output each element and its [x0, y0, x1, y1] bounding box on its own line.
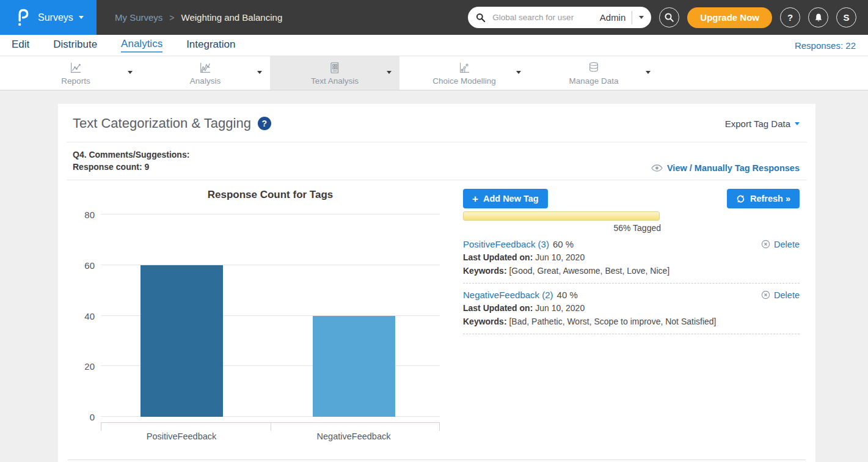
chart-category-label: NegativeFeedback	[317, 431, 391, 441]
last-updated-value: Jun 10, 2020	[535, 303, 585, 313]
chevron-down-icon[interactable]	[646, 71, 651, 74]
chart-gridline	[101, 214, 440, 215]
tab-label: Manage Data	[569, 76, 618, 86]
add-new-tag-button[interactable]: + Add New Tag	[463, 189, 548, 208]
tab-text-analysis[interactable]: Text Analysis	[270, 56, 399, 90]
tab-label: Analysis	[190, 76, 221, 86]
header-actions: Admin Upgrade Now ? S	[468, 7, 868, 28]
notifications-button[interactable]	[808, 7, 828, 28]
export-tag-data-label: Export Tag Data	[725, 119, 790, 129]
tag-row: NegativeFeedback (2) 40 % Delete	[463, 290, 800, 334]
last-updated-label: Last Updated on:	[463, 252, 533, 262]
nav-item-analytics[interactable]: Analytics	[121, 38, 162, 53]
chevron-down-icon[interactable]	[128, 71, 133, 74]
bar-chart-plot: 020406080	[101, 215, 440, 417]
tag-name-link[interactable]: NegativeFeedback (2)	[463, 290, 553, 300]
breadcrumb: My Surveys > Weighting and Balancing	[115, 12, 282, 23]
question-title: Q4. Comments/Suggestions:	[73, 148, 189, 161]
refresh-label: Refresh »	[750, 194, 790, 204]
chart-bar[interactable]	[313, 316, 395, 417]
tag-name-link[interactable]: PositiveFeedback (3)	[463, 239, 549, 249]
help-circle-icon[interactable]: ?	[258, 117, 271, 130]
header-search-button[interactable]	[659, 7, 679, 28]
page-title: Text Categorization & Tagging	[73, 116, 251, 131]
chevron-down-icon	[795, 122, 800, 125]
tab-manage-data[interactable]: Manage Data	[529, 56, 658, 90]
top-header-bar: Surveys My Surveys > Weighting and Balan…	[0, 0, 868, 35]
tab-label: Reports	[61, 76, 90, 86]
tab-reports[interactable]: Reports	[11, 56, 140, 90]
breadcrumb-current: Weighting and Balancing	[181, 12, 283, 23]
questionpro-logo-icon	[16, 8, 30, 27]
tagged-percent-label: 56% Tagged	[463, 223, 661, 233]
chart-category-label: PositiveFeedback	[147, 431, 216, 441]
keywords-value: [Bad, Pathetic, Worst, Scope to improve,…	[509, 317, 716, 326]
chart-title: Response Count for Tags	[101, 189, 440, 201]
eye-icon	[651, 164, 663, 172]
chevron-down-icon[interactable]	[257, 71, 262, 74]
chevron-down-icon[interactable]	[639, 16, 644, 19]
card-bottom-divider	[68, 460, 806, 460]
nav-item-integration[interactable]: Integration	[186, 38, 235, 52]
main-content: Text Categorization & Tagging ? Export T…	[0, 90, 868, 462]
tag-percent: 40 %	[557, 290, 578, 300]
tab-label: Text Analysis	[311, 76, 359, 86]
refresh-icon	[736, 194, 745, 204]
chart-ytick-label: 20	[73, 362, 95, 371]
delete-circle-icon	[761, 240, 770, 249]
tab-choice-modelling[interactable]: Choice Modelling	[399, 56, 529, 90]
refresh-button[interactable]: Refresh »	[727, 189, 800, 208]
tag-actions-row: + Add New Tag Refresh »	[463, 189, 800, 208]
nav-item-distribute[interactable]: Distribute	[53, 38, 97, 52]
view-manually-tag-link[interactable]: View / Manually Tag Responses	[651, 163, 800, 173]
upgrade-now-button[interactable]: Upgrade Now	[687, 7, 772, 28]
keywords-label: Keywords:	[463, 266, 507, 276]
keywords-value: [Good, Great, Awesome, Best, Love, Nice]	[509, 266, 669, 276]
breadcrumb-separator: >	[169, 13, 174, 23]
global-search-box[interactable]: Admin	[468, 7, 651, 28]
view-manually-tag-label: View / Manually Tag Responses	[667, 163, 800, 173]
choice-modelling-icon	[458, 61, 471, 75]
last-updated-value: Jun 10, 2020	[535, 252, 585, 262]
analysis-icon	[199, 61, 212, 75]
search-scope-value[interactable]: Admin	[600, 12, 626, 23]
card-header: Text Categorization & Tagging ? Export T…	[58, 104, 815, 142]
product-switcher[interactable]: Surveys	[0, 0, 97, 35]
question-row: Q4. Comments/Suggestions: Response count…	[58, 142, 815, 180]
reports-icon	[69, 61, 82, 75]
nav-item-edit[interactable]: Edit	[12, 38, 29, 52]
tag-row: PositiveFeedback (3) 60 % Delete	[463, 239, 800, 284]
tagged-progress-bar	[463, 211, 660, 221]
tags-section: + Add New Tag Refresh »	[454, 180, 800, 444]
chevron-down-icon[interactable]	[387, 71, 392, 74]
text-analysis-icon	[328, 61, 341, 75]
search-scope-divider	[632, 11, 632, 24]
responses-count: Responses: 22	[795, 40, 856, 51]
chevron-down-icon[interactable]	[516, 71, 521, 74]
global-search-input[interactable]	[491, 12, 596, 23]
export-tag-data-button[interactable]: Export Tag Data	[725, 119, 800, 129]
delete-label: Delete	[774, 240, 800, 249]
chart-x-labels: PositiveFeedbackNegativeFeedback	[101, 430, 440, 444]
add-new-tag-label: Add New Tag	[483, 194, 539, 204]
chart-bar[interactable]	[140, 265, 223, 417]
tagging-content: Response Count for Tags 020406080 Positi…	[58, 180, 815, 444]
delete-circle-icon	[761, 290, 770, 299]
plus-icon: +	[472, 194, 478, 204]
text-tagging-card: Text Categorization & Tagging ? Export T…	[58, 104, 815, 462]
analytics-tool-tabs: Reports Analysis Text Analysis	[0, 56, 868, 90]
chart-ytick-label: 40	[73, 311, 95, 320]
tab-label: Choice Modelling	[432, 76, 496, 86]
delete-tag-button[interactable]: Delete	[761, 240, 800, 249]
keywords-label: Keywords:	[463, 317, 507, 326]
bell-icon	[814, 13, 823, 23]
chart-x-axis	[101, 422, 440, 430]
user-avatar[interactable]: S	[836, 7, 856, 28]
help-button[interactable]: ?	[780, 7, 800, 28]
breadcrumb-parent-link[interactable]: My Surveys	[115, 12, 162, 23]
chart-ytick-label: 80	[73, 210, 95, 219]
tag-percent: 60 %	[553, 239, 574, 249]
tab-analysis[interactable]: Analysis	[140, 56, 270, 90]
manage-data-icon	[587, 61, 600, 75]
delete-tag-button[interactable]: Delete	[761, 290, 800, 300]
